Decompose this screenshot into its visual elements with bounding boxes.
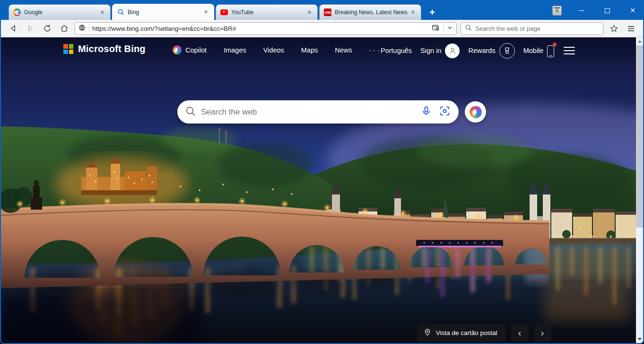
home-button[interactable] — [58, 22, 71, 35]
forward-button[interactable] — [24, 22, 37, 35]
toolbar-search-input[interactable] — [475, 25, 599, 32]
bing-favicon-icon — [117, 9, 124, 16]
search-icon — [185, 106, 196, 119]
mobile-button[interactable]: Mobile — [523, 44, 556, 57]
bing-header: Microsoft Bing Copilot Images Videos Map… — [1, 37, 636, 64]
browser-window: Google ✕ Bing ✕ YouTube ✕ CNN Breaking N — [0, 0, 644, 344]
reload-button[interactable] — [41, 22, 54, 35]
location-pin-icon — [424, 328, 431, 337]
minimize-button[interactable] — [576, 5, 587, 16]
nav-more-icon[interactable]: · · · — [369, 46, 380, 54]
close-tab-icon[interactable]: ✕ — [409, 9, 417, 17]
sign-in-button[interactable]: Sign in — [420, 44, 460, 58]
cnn-favicon-icon: CNN — [324, 9, 331, 16]
nav-images[interactable]: Images — [224, 46, 246, 54]
tab-title: Google — [24, 9, 98, 16]
copilot-icon — [173, 45, 182, 54]
scrollbar-thumb[interactable] — [636, 45, 643, 228]
url-input[interactable] — [92, 25, 428, 32]
navigation-toolbar — [1, 20, 643, 37]
microsoft-logo-icon — [63, 44, 73, 54]
google-favicon-icon — [13, 9, 21, 16]
back-button[interactable] — [7, 22, 20, 35]
close-tab-icon[interactable]: ✕ — [98, 9, 106, 17]
tab-strip: Google ✕ Bing ✕ YouTube ✕ CNN Breaking N — [1, 4, 442, 20]
voice-search-icon[interactable] — [421, 106, 432, 118]
image-caption: Vista de cartão postal — [436, 329, 497, 336]
youtube-favicon-icon — [220, 9, 228, 15]
nav-language[interactable]: Português — [381, 47, 412, 54]
previous-image-button[interactable]: ‹ — [511, 324, 529, 342]
tab-title: YouTube — [231, 9, 305, 16]
bing-search-bar[interactable] — [177, 100, 459, 123]
search-icon — [465, 24, 472, 33]
bookmark-star-icon[interactable] — [607, 22, 620, 35]
avatar[interactable] — [445, 44, 460, 58]
close-tab-icon[interactable]: ✕ — [202, 8, 210, 16]
titlebar: Google ✕ Bing ✕ YouTube ✕ CNN Breaking N — [1, 1, 643, 20]
close-window-button[interactable]: ✕ — [627, 5, 638, 16]
tab-bing[interactable]: Bing ✕ — [112, 4, 214, 20]
toolbar-search[interactable] — [461, 22, 603, 35]
url-dropdown-chevron-icon[interactable] — [446, 24, 453, 33]
copilot-icon — [470, 106, 482, 118]
tab-youtube[interactable]: YouTube ✕ — [216, 4, 318, 20]
visual-search-icon[interactable] — [439, 106, 450, 118]
page-scrollbar[interactable] — [636, 37, 643, 343]
tab-cnn[interactable]: CNN Breaking News, Latest News and Vi ✕ — [319, 4, 421, 20]
rewards-button[interactable]: Rewards — [468, 43, 514, 59]
copilot-button[interactable] — [465, 101, 486, 123]
tab-title: Breaking News, Latest News and Vi — [335, 9, 409, 16]
image-info-button[interactable]: Vista de cartão postal — [417, 324, 506, 342]
bing-background-image — [1, 37, 636, 343]
bing-logo[interactable]: Microsoft Bing — [63, 44, 146, 54]
mobile-phone-icon — [547, 44, 555, 57]
brand-text: Microsoft Bing — [78, 44, 146, 54]
next-image-button[interactable]: › — [534, 324, 551, 342]
browser-menu-icon[interactable] — [624, 22, 637, 35]
nav-maps[interactable]: Maps — [301, 46, 318, 54]
close-tab-icon[interactable]: ✕ — [305, 9, 313, 17]
site-globe-icon[interactable] — [78, 24, 86, 34]
notification-dot — [553, 43, 557, 46]
scroll-up-icon[interactable] — [636, 37, 643, 45]
bing-search-input[interactable] — [201, 107, 416, 117]
bing-menu-icon[interactable] — [564, 47, 575, 54]
bing-homepage: Microsoft Bing Copilot Images Videos Map… — [1, 37, 643, 343]
address-bar[interactable] — [75, 22, 457, 35]
recycle-bin-icon[interactable]: ♻ — [552, 6, 562, 16]
tab-title: Bing — [128, 9, 202, 16]
scroll-down-icon[interactable] — [636, 335, 643, 343]
rewards-medal-icon — [499, 43, 515, 59]
tab-google[interactable]: Google ✕ — [9, 4, 111, 20]
nav-copilot[interactable]: Copilot — [173, 45, 207, 54]
nav-news[interactable]: News — [335, 46, 352, 54]
maximize-button[interactable] — [601, 5, 613, 16]
container-blocked-icon[interactable] — [431, 23, 440, 34]
nav-videos[interactable]: Videos — [263, 46, 284, 54]
new-tab-button[interactable]: + — [423, 7, 442, 20]
